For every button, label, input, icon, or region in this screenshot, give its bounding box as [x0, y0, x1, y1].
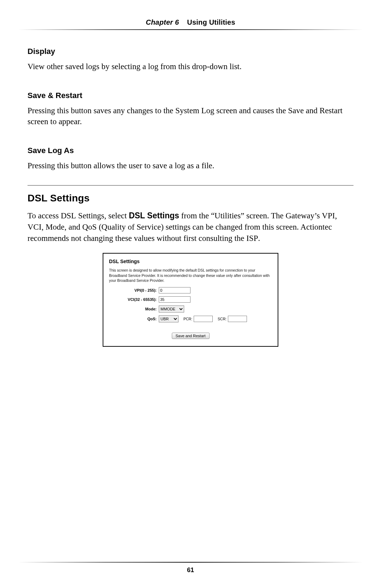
text-bold: DSL Settings: [129, 211, 179, 220]
chapter-title: Using Utilities: [187, 18, 235, 26]
page-number: 61: [0, 566, 381, 574]
text: To access: [28, 211, 61, 220]
save-and-restart-button[interactable]: Save and Restart: [172, 333, 210, 339]
text: ,: [335, 211, 337, 220]
document-page: Chapter 6 Using Utilities Display View o…: [0, 0, 381, 588]
paragraph-display: View other saved logs by selecting a log…: [28, 61, 353, 72]
label-qos: QoS:: [109, 317, 159, 321]
qos-group: UBR PCR: SCR:: [159, 315, 247, 322]
subhead-display: Display: [28, 47, 353, 56]
text-smallcaps: ISP: [246, 234, 258, 243]
text: from the “Utilities” screen. The Gateway…: [179, 211, 322, 220]
row-vci: VCI(32 - 65535):: [109, 296, 272, 303]
paragraph-save-log-as: Pressing this button allows the user to …: [28, 160, 353, 171]
text: Settings, select: [76, 211, 129, 220]
label-vci: VCI(32 - 65535):: [109, 297, 159, 302]
text-smallcaps: VPI: [322, 211, 335, 220]
text-smallcaps: DSL: [61, 211, 76, 220]
input-vci[interactable]: [159, 296, 190, 303]
subhead-save-restart: Save & Restart: [28, 91, 353, 100]
input-vpi[interactable]: [159, 287, 190, 293]
text: , Mode, and QoS (Quality of Service) set…: [28, 223, 332, 243]
panel-description: This screen is designed to allow modifyi…: [109, 268, 272, 283]
space: [181, 18, 185, 26]
pcr-group: PCR:: [183, 316, 213, 322]
row-qos: QoS: UBR PCR: SCR:: [109, 315, 272, 322]
dsl-settings-panel: DSL Settings This screen is designed to …: [103, 253, 278, 347]
button-row: Save and Restart: [109, 332, 272, 339]
row-vpi: VPI(0 - 255):: [109, 287, 272, 293]
subhead-save-log-as: Save Log As: [28, 146, 353, 155]
select-mode[interactable]: MMODE: [159, 305, 184, 313]
text: .: [258, 234, 260, 243]
text-smallcaps: VCI: [28, 223, 42, 231]
scr-group: SCR:: [218, 316, 247, 322]
section-divider: [28, 185, 353, 186]
label-mode: Mode:: [109, 307, 159, 311]
row-mode: Mode: MMODE: [109, 305, 272, 313]
running-header: Chapter 6 Using Utilities: [0, 0, 381, 26]
page-content: Display View other saved logs by selecti…: [0, 30, 381, 347]
input-scr[interactable]: [228, 316, 247, 322]
label-pcr: PCR:: [183, 317, 192, 321]
label-vpi: VPI(0 - 255):: [109, 288, 159, 292]
paragraph-dsl-intro: To access DSL Settings, select DSL Setti…: [28, 210, 353, 244]
panel-title: DSL Settings: [109, 259, 272, 264]
label-scr: SCR:: [218, 317, 226, 321]
input-pcr[interactable]: [194, 316, 213, 322]
chapter-label: Chapter 6: [146, 18, 179, 26]
footer-divider: [18, 562, 363, 563]
paragraph-save-restart: Pressing this button saves any changes t…: [28, 105, 353, 127]
section-title-dsl-settings: DSL Settings: [28, 193, 353, 204]
select-qos[interactable]: UBR: [159, 315, 179, 322]
